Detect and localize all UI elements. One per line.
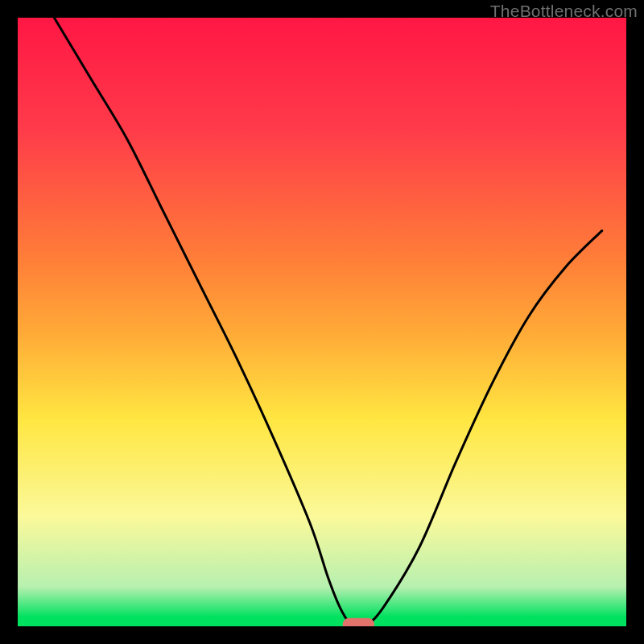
chart-frame: TheBottleneck.com [0,0,644,644]
bottleneck-chart [0,0,644,644]
watermark-text: TheBottleneck.com [490,2,638,21]
optimal-point-marker [343,618,374,632]
